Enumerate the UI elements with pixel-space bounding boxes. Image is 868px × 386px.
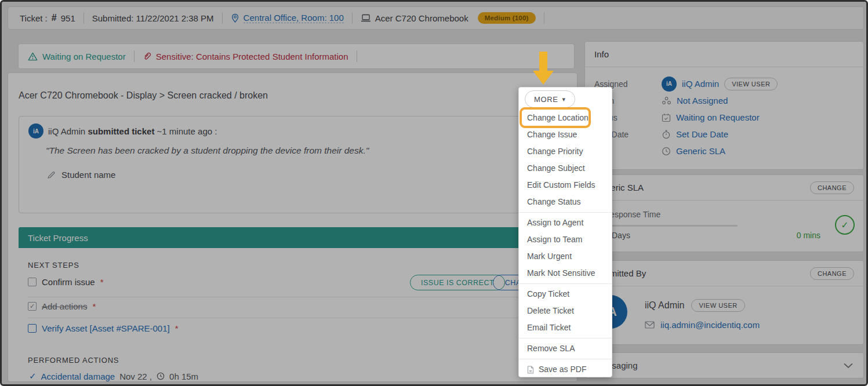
menu-divider [519, 283, 612, 284]
menu-item-change-priority[interactable]: Change Priority [519, 143, 612, 160]
more-button[interactable]: MORE ▾ [525, 90, 575, 108]
menu-item-assign-to-team[interactable]: Assign to Team [519, 231, 612, 248]
menu-item-remove-sla[interactable]: Remove SLA [519, 340, 612, 357]
caret-down-icon: ▾ [562, 96, 565, 103]
menu-item-email-ticket[interactable]: Email Ticket [519, 319, 612, 336]
menu-item-change-subject[interactable]: Change Subject [519, 160, 612, 177]
more-button-label: MORE [534, 95, 558, 104]
menu-item-change-status[interactable]: Change Status [519, 194, 612, 210]
menu-item-edit-custom-fields[interactable]: Edit Custom Fields [519, 177, 612, 194]
menu-divider [519, 338, 612, 338]
menu-item-delete-ticket[interactable]: Delete Ticket [519, 303, 612, 319]
menu-item-copy-ticket[interactable]: Copy Ticket [519, 286, 612, 303]
menu-item-mark-urgent[interactable]: Mark Urgent [519, 248, 612, 265]
menu-item-mark-not-sensitive[interactable]: Mark Not Sensitive [519, 265, 612, 282]
menu-item-change-issue[interactable]: Change Issue [519, 126, 612, 143]
menu-divider [519, 212, 612, 213]
menu-item-assign-to-agent[interactable]: Assign to Agent [519, 214, 612, 231]
pdf-file-icon [527, 366, 534, 374]
menu-item-save-as-pdf[interactable]: Save as PDF [519, 361, 612, 378]
ticket-detail-page: Ticket : # 951 Submitted: 11/22/2021 2:3… [0, 0, 868, 386]
dim-overlay [2, 2, 866, 384]
menu-item-label: Save as PDF [539, 361, 586, 378]
menu-item-change-location[interactable]: Change Location [519, 110, 612, 126]
more-dropdown-popup: MORE ▾ Change Location Change Issue Chan… [518, 87, 612, 377]
menu-divider [519, 359, 612, 359]
more-menu: Change Location Change Issue Change Prio… [519, 110, 612, 378]
